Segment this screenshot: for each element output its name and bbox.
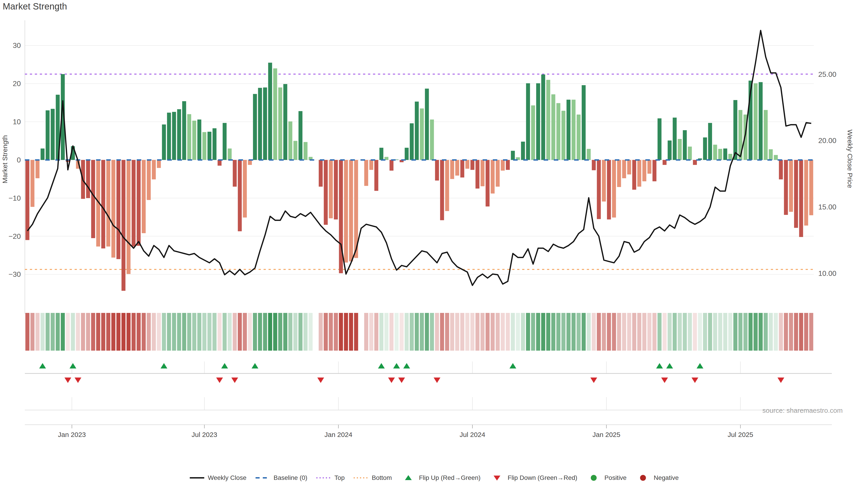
heatmap-cell <box>561 313 565 351</box>
strength-bar <box>208 132 211 160</box>
heatmap-cell <box>521 313 525 351</box>
strength-bar <box>253 94 257 160</box>
legend-item-top[interactable]: Top <box>316 474 345 482</box>
strength-bar <box>723 149 727 160</box>
heatmap-cell <box>177 313 181 351</box>
heatmap-cell <box>405 313 409 351</box>
strength-bar <box>592 160 596 170</box>
strength-bar <box>299 111 303 160</box>
heatmap-cell <box>470 313 474 351</box>
legend-item-flip-down[interactable]: Flip Down (Green→Red) <box>489 474 577 482</box>
strength-bar <box>278 88 282 160</box>
heatmap-cell <box>46 313 50 351</box>
heatmap-cell <box>96 313 100 351</box>
heatmap-cell <box>723 313 727 351</box>
strength-bar <box>754 84 757 160</box>
heatmap-cell <box>612 313 616 351</box>
heatmap-cell <box>127 313 131 351</box>
heatmap-cell <box>743 313 747 351</box>
heatmap-cell <box>142 313 146 351</box>
strength-bar <box>228 149 231 160</box>
legend-item-negative[interactable]: Negative <box>635 474 679 482</box>
strength-bar <box>546 80 550 160</box>
heatmap-cell <box>152 313 156 351</box>
left-axis-tick: −10 <box>8 194 21 202</box>
strength-bar <box>688 147 692 160</box>
heatmap-cell <box>602 313 606 351</box>
strength-bar <box>233 160 237 187</box>
flip-up-marker <box>39 363 46 368</box>
heatmap-cell <box>728 313 733 351</box>
strength-bar <box>718 149 722 160</box>
heatmap-cell <box>192 313 196 351</box>
right-axis-tick: 25.00 <box>818 70 836 78</box>
heatmap-cell <box>248 313 252 351</box>
heatmap-cell <box>354 313 358 351</box>
heatmap-cell <box>662 313 666 351</box>
strength-bar <box>127 160 130 274</box>
heatmap-cell <box>324 313 328 351</box>
flip-up-marker <box>252 363 258 368</box>
strength-bar <box>46 110 50 160</box>
legend-swatch-negative <box>635 474 651 482</box>
heatmap-cell <box>374 313 378 351</box>
strength-bar <box>521 142 525 160</box>
strength-bar <box>182 101 186 160</box>
x-axis-tick-label: Jan 2023 <box>58 431 86 438</box>
strength-bar <box>779 160 783 180</box>
flip-up-marker <box>666 363 673 368</box>
legend-label: Bottom <box>372 474 392 482</box>
heatmap-cell <box>566 313 570 351</box>
strength-bar <box>263 88 267 160</box>
flip-down-marker <box>434 378 440 383</box>
legend-item-baseline[interactable]: Baseline (0) <box>255 474 307 482</box>
strength-bar <box>496 160 500 187</box>
strength-bar <box>683 130 687 160</box>
strength-bar <box>86 160 90 198</box>
legend-item-positive[interactable]: Positive <box>586 474 627 482</box>
strength-bar <box>35 160 39 178</box>
left-axis-tick: 10 <box>13 118 21 126</box>
heatmap-cell <box>268 313 272 351</box>
heatmap-cell <box>480 313 485 351</box>
source-note: source: sharemaestro.com <box>763 407 843 414</box>
strength-bar <box>501 160 504 170</box>
legend-item-bottom[interactable]: Bottom <box>353 474 392 482</box>
flip-down-marker <box>661 378 668 383</box>
heatmap-cell <box>334 313 338 351</box>
heatmap-cell <box>758 313 763 351</box>
heatmap-cell <box>764 313 768 351</box>
strength-bar <box>425 89 429 160</box>
legend-swatch-positive <box>586 474 602 482</box>
strength-bar <box>268 63 272 160</box>
strength-bar <box>460 160 464 177</box>
heatmap-cell <box>516 313 520 351</box>
legend-item-flip-up[interactable]: Flip Up (Red→Green) <box>400 474 480 482</box>
strength-bar <box>758 82 763 160</box>
heatmap-cell <box>344 313 348 351</box>
strength-bar <box>213 128 216 160</box>
heatmap-cell <box>208 313 212 351</box>
heatmap-cell <box>465 313 469 351</box>
heatmap-cell <box>597 313 601 351</box>
heatmap-cell <box>112 313 116 351</box>
market-strength-chart[interactable]: 3020100−10−20−3025.0020.0015.0010.00Jan … <box>0 0 868 488</box>
flip-down-marker <box>388 378 395 383</box>
strength-bar <box>410 123 414 160</box>
strength-bar <box>643 160 646 182</box>
strength-bar <box>415 102 418 160</box>
heatmap-cell <box>309 313 313 351</box>
heatmap-cell <box>713 313 717 351</box>
heatmap-cell <box>369 313 373 351</box>
strength-bar <box>511 151 515 160</box>
heatmap-cell <box>202 313 206 351</box>
heatmap-cell <box>652 313 656 351</box>
strength-bar <box>344 160 348 263</box>
heatmap-cell <box>748 313 752 351</box>
right-axis-tick: 10.00 <box>818 269 836 278</box>
flip-up-marker <box>221 363 228 368</box>
strength-bar <box>703 137 707 160</box>
legend-swatch-weekly-close <box>189 474 205 482</box>
legend-item-weekly-close[interactable]: Weekly Close <box>189 474 247 482</box>
strength-bar <box>764 110 768 160</box>
